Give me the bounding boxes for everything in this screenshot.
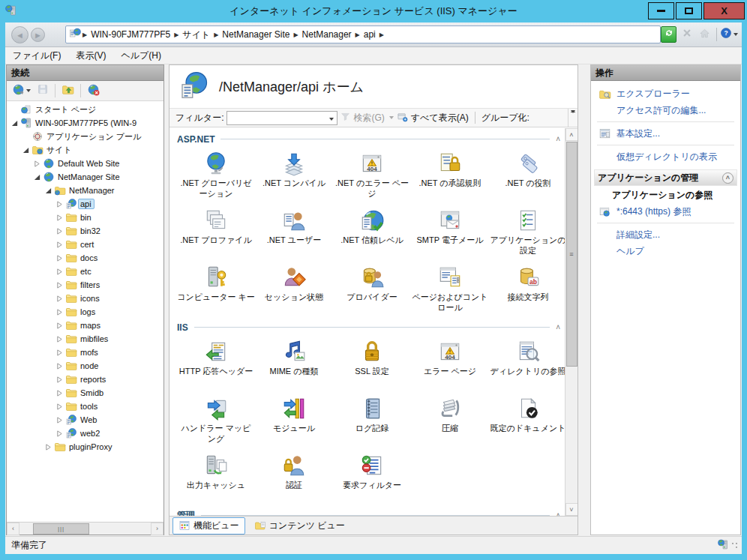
feature--net-[interactable]: .NET の承認規則 [411,147,489,204]
close-button[interactable]: X [704,2,745,19]
feature--[interactable]: セッション状態 [255,261,333,318]
feature--net-[interactable]: 404.NET のエラー ページ [333,147,411,204]
menu-item-1[interactable]: 表示(V) [68,47,113,64]
breadcrumb-segment-3[interactable]: NetManager [300,29,354,40]
expand-icon[interactable] [55,363,64,370]
breadcrumb-segment-1[interactable]: サイト [180,28,212,41]
tab-features-view[interactable]: 機能ビュー [172,517,245,535]
collapse-icon[interactable] [10,120,20,127]
feature-http-[interactable]: HTTP 応答ヘッダー [177,335,255,392]
actions-section-header[interactable]: アプリケーションの管理˄ [594,169,737,186]
expand-icon[interactable] [55,255,64,262]
scroll-up-icon[interactable]: ˄ [566,128,578,141]
filter-input[interactable] [226,111,338,125]
collapse-icon[interactable] [32,174,42,181]
menu-item-2[interactable]: ヘルプ(H) [113,47,169,64]
expand-icon[interactable] [55,403,64,410]
help-button[interactable]: ? [721,26,737,43]
tree-item-bin[interactable]: bin [7,211,164,224]
tree-item-mofs[interactable]: mofs [7,346,164,359]
refresh-button[interactable] [661,26,676,43]
tree-item-logs[interactable]: logs [7,305,164,319]
tree-item-mibfiles[interactable]: mibfiles [7,332,164,346]
section-collapse-icon[interactable]: ˄ [556,323,560,331]
feature--[interactable]: アプリケーションの設定 [489,204,565,261]
tree-item-maps[interactable]: maps [7,319,164,332]
tree-item-web[interactable]: Web [7,413,164,427]
action-link[interactable]: アクセス許可の編集... [616,104,706,117]
expand-icon[interactable] [44,444,53,451]
expand-icon[interactable] [55,309,64,316]
expand-icon[interactable] [32,160,42,167]
feature--net-[interactable]: .NET ユーザー [255,204,333,261]
tree-item--[interactable]: アプリケーション プール [7,130,164,143]
tree-item-docs[interactable]: docs [7,251,164,265]
feature--[interactable]: 既定のドキュメント [489,392,565,449]
tree-item-web2[interactable]: web2 [7,427,164,440]
feature-smtp-[interactable]: SMTP 電子メール [411,204,489,261]
feature-ssl-[interactable]: SSL 設定 [333,335,411,392]
tab-content-view[interactable]: コンテンツ ビュー [248,517,351,535]
feature--[interactable]: ハンドラー マッピング [177,392,255,449]
expand-icon[interactable] [55,228,64,235]
action-link[interactable]: 仮想ディレクトリの表示 [616,151,717,163]
menu-item-0[interactable]: ファイル(F) [5,47,68,64]
toolbar-overflow-button[interactable] [568,109,578,127]
hscroll-thumb[interactable]: ||| [33,523,89,535]
feature--[interactable]: 認証 [255,449,333,506]
expand-icon[interactable] [55,390,64,397]
tree-item--[interactable]: サイト [7,143,164,157]
tree-hscrollbar[interactable]: ‹ ||| › [7,522,164,535]
breadcrumb-segment-4[interactable]: api [362,29,378,40]
tree-item-smidb[interactable]: Smidb [7,386,164,400]
tree-item-etc[interactable]: etc [7,265,164,278]
breadcrumb-segment-2[interactable]: NetManager Site [220,29,292,40]
feature--[interactable]: ab接続文字列 [489,261,565,318]
action-link[interactable]: 詳細設定... [616,229,660,241]
expand-icon[interactable] [55,322,64,329]
tree-item-pluginproxy[interactable]: pluginProxy [7,440,164,454]
feature--[interactable]: ページおよびコントロール [411,261,489,318]
feature--[interactable]: コンピューター キー [177,261,255,318]
tree-item-node[interactable]: node [7,359,164,373]
expand-icon[interactable] [55,376,64,383]
scroll-left-icon[interactable]: ‹ [7,523,20,535]
folder-up-button[interactable] [59,82,76,100]
tree-item-reports[interactable]: reports [7,373,164,386]
tree-item-default-web-site[interactable]: Default Web Site [7,157,164,170]
feature--[interactable]: ディレクトリの参照 [489,335,565,392]
tree-item-tools[interactable]: tools [7,400,164,413]
action-link[interactable]: 基本設定... [616,127,660,140]
tree-item--[interactable]: スタート ページ [7,103,164,116]
action-link[interactable]: *:6443 (https) 参照 [616,205,691,218]
new-connection-button[interactable] [10,82,33,100]
feature-mime-[interactable]: MIME の種類 [255,335,333,392]
expand-icon[interactable] [55,430,64,437]
feature--net-[interactable]: .NET プロファイル [177,204,255,261]
delete-connection-button[interactable] [85,82,102,100]
save-connection-button[interactable] [34,82,51,100]
scroll-right-icon[interactable]: › [151,523,164,535]
back-button[interactable]: ◄ [11,26,28,43]
show-all-button[interactable]: すべて表示(A) [411,112,469,124]
tree-item-bin32[interactable]: bin32 [7,224,164,238]
maximize-button[interactable] [676,2,702,19]
feature--net-[interactable]: .NET コンパイル [255,147,333,204]
tree-item-netmanager[interactable]: NetManager [7,184,164,197]
feature--[interactable]: モジュール [255,392,333,449]
vscroll-thumb[interactable]: ≡ [566,142,578,367]
section-collapse-icon[interactable]: ˄ [722,172,734,184]
expand-icon[interactable] [55,268,64,275]
search-button[interactable]: 検索(G) [353,112,384,124]
action-link[interactable]: エクスプローラー [616,88,690,100]
features-vscrollbar[interactable]: ˄ ≡ ˅ [565,128,578,516]
action-link[interactable]: ヘルプ [616,245,644,258]
tree-item-netmanager-site[interactable]: NetManager Site [7,170,164,184]
feature--[interactable]: プロバイダー [333,261,411,318]
tree-item-api[interactable]: api [7,197,164,211]
minimize-button[interactable] [648,2,674,19]
feature--net-[interactable]: .NET グローバリゼーション [177,147,255,204]
stop-button[interactable] [679,26,694,43]
feature--net-[interactable]: .NET の役割 [489,147,565,204]
feature--[interactable]: 要求フィルター [333,449,411,506]
